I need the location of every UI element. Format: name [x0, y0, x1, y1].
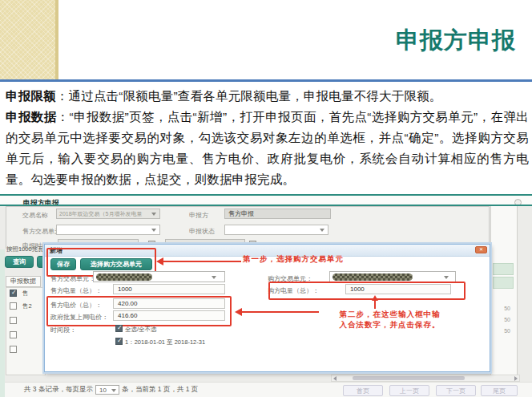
pagination-bar: 共 3 条记录，每页显示10条，当前第 1 页，共 1 页 首页 上一页 下一页…	[0, 382, 532, 397]
pagination-suffix: 条，当前第 1 页，共 1 页	[122, 385, 198, 393]
seller-energy-input[interactable]: 1000	[113, 284, 225, 294]
declare-status-select[interactable]	[224, 225, 328, 235]
close-icon[interactable]	[475, 246, 487, 253]
trade-name-label: 交易名称	[22, 211, 48, 220]
table-cell-value: 50	[493, 328, 510, 334]
seller-price-label: 售方电价（总）：	[50, 301, 102, 310]
body-paragraph-limit: 申报限额：通过点击“限额电量”查看各单元限额电量，申报电量不得大于限额。	[6, 86, 529, 107]
data-term-label: 申报数据	[6, 110, 57, 124]
last-page-button[interactable]: 尾页	[481, 385, 518, 396]
row-checkbox[interactable]	[10, 346, 17, 353]
gov-price-input[interactable]: 416.60	[113, 310, 225, 321]
scroll-right-icon[interactable]	[514, 376, 518, 381]
seller-unit-field-label: 售方交易单元：	[50, 274, 95, 283]
scroll-left-icon[interactable]	[333, 376, 337, 381]
tab-declare-data[interactable]: 申报数据	[6, 276, 41, 287]
red-arrow-icon	[235, 308, 242, 316]
pagination-prefix: 共 3 条记录，每页显示	[24, 385, 93, 393]
seller-energy-label: 售方电量（总）：	[50, 286, 102, 295]
limit-term-text: ：通过点击“限额电量”查看各单元限额电量，申报电量不得大于限额。	[56, 89, 442, 103]
red-arrow-line	[242, 311, 319, 313]
chevron-down-icon	[444, 276, 449, 279]
declare-party-text: 售方申报	[228, 210, 254, 217]
table-cell-value: 50	[493, 317, 510, 322]
background-table-sliver: 50 50 50	[491, 206, 518, 381]
page-size-select[interactable]: 10	[95, 385, 119, 395]
embedded-screenshot: 申报方申报 交易名称 2018年双边交易（5月增补发电量 申报方 售方申报 售方…	[0, 194, 532, 397]
table-header-cell	[493, 277, 514, 289]
trade-name-value: 2018年双边交易（5月增补发电量	[59, 211, 142, 217]
select-buyer-unit-button[interactable]: 选择购方交易单元	[80, 258, 152, 270]
annotation-step1: 第一步，选择购方交易单元	[243, 254, 344, 265]
seller-unit-label: 售方交易单元	[22, 227, 61, 236]
limit-term-label: 申报限额	[6, 89, 56, 103]
prev-page-button[interactable]: 上一页	[389, 385, 429, 396]
buyer-energy-label: 购方电量（总）：	[268, 286, 319, 295]
chevron-down-icon	[111, 389, 116, 392]
pagination-summary: 共 3 条记录，每页显示10条，当前第 1 页，共 1 页	[24, 385, 198, 395]
data-term-text: ：“申报数据”页签，点击“新增”，打开申报页面，首先点“选择购方交易单元”，在弹…	[6, 110, 529, 186]
red-arrow-icon	[372, 295, 378, 301]
chevron-down-icon	[151, 229, 156, 232]
save-button[interactable]: 保存	[50, 258, 76, 270]
declare-party-value: 售方申报	[224, 209, 331, 219]
slide-body-text: 申报限额：通过点击“限额电量”查看各单元限额电量，申报电量不得大于限额。 申报数…	[6, 86, 529, 190]
red-arrow-icon	[156, 257, 163, 265]
period-all-label: 全选/全不选	[125, 326, 157, 334]
row-checkbox[interactable]	[10, 317, 17, 324]
dialog-title: 新增	[50, 246, 62, 255]
slide-side-strip	[0, 0, 58, 79]
censored-text	[332, 273, 413, 281]
annotation-step2-line1: 第二步，在这些输入框中输	[316, 309, 464, 319]
new-entry-dialog: 新增 保存 选择购方交易单元 第一步，选择购方交易单元 售方交易单元： 售方电量…	[44, 244, 490, 372]
table-header-cell	[493, 263, 514, 275]
query-button[interactable]: 查询	[5, 256, 34, 268]
censored-text	[96, 273, 152, 281]
chevron-down-icon	[212, 276, 216, 279]
seller-price-value: 420.00	[118, 300, 137, 307]
annotation-step2: 第二步，在这些输入框中输 入合法数字，并点击保存。	[316, 309, 464, 330]
panel-header: 申报方申报	[0, 196, 532, 205]
row-checkbox[interactable]	[10, 302, 17, 310]
period-item-label: 1：2018-01-01 至 2018-12-31	[125, 338, 205, 346]
left-edge-strip	[0, 249, 5, 397]
annotation-step2-line2: 入合法数字，并点击保存。	[316, 319, 464, 330]
slide-root: 申报方申报 申报限额：通过点击“限额电量”查看各单元限额电量，申报电量不得大于限…	[0, 0, 532, 397]
horizontal-scrollbar[interactable]	[331, 375, 520, 382]
body-paragraph-data: 申报数据：“申报数据”页签，点击“新增”，打开申报页面，首先点“选择购方交易单元…	[6, 107, 529, 190]
seller-price-input[interactable]: 420.00	[113, 298, 225, 309]
seller-unit-select[interactable]	[56, 225, 160, 235]
red-arrow-line	[163, 261, 241, 262]
search-form: 交易名称 2018年双边交易（5月增补发电量 申报方 售方申报 售方交易单元 申…	[6, 206, 490, 249]
scrollbar-thumb[interactable]	[353, 376, 465, 380]
gov-price-value: 416.60	[118, 312, 137, 319]
buyer-unit-dropdown[interactable]	[329, 271, 456, 282]
page-size-value: 10	[99, 387, 107, 394]
gov-price-label: 政府批复上网电价：	[50, 313, 108, 322]
page-title: 申报方申报	[396, 25, 516, 57]
chevron-down-icon	[151, 213, 156, 216]
buyer-unit-field-label: 购方交易单元：	[268, 274, 312, 283]
first-page-button[interactable]: 首页	[343, 385, 383, 396]
next-page-button[interactable]: 下一页	[436, 385, 476, 396]
clipped-note-text: 按照1000兆瓦	[6, 245, 43, 253]
row-checkbox[interactable]	[10, 331, 17, 338]
row-checkbox-checked[interactable]	[10, 290, 17, 297]
declare-status-label: 申报状态	[189, 227, 215, 236]
seller-energy-value: 1000	[118, 286, 132, 293]
red-arrow-line	[374, 301, 376, 309]
buyer-energy-value: 1000	[350, 286, 365, 293]
trade-name-select[interactable]: 2018年双边交易（5月增补发电量	[56, 209, 160, 219]
list-row-text: 售2	[22, 302, 32, 310]
chevron-down-icon	[320, 229, 324, 232]
declare-party-label: 申报方	[189, 211, 208, 220]
period-item-checkbox[interactable]	[115, 338, 123, 345]
period-label: 时间段：	[50, 326, 76, 334]
title-underline-rule	[0, 79, 532, 82]
table-cell-value: 50	[493, 306, 510, 311]
list-row-text: 售	[22, 290, 29, 298]
buyer-energy-input[interactable]: 1000	[345, 284, 451, 294]
seller-unit-dropdown[interactable]	[93, 271, 225, 282]
period-all-checkbox[interactable]	[115, 325, 123, 332]
